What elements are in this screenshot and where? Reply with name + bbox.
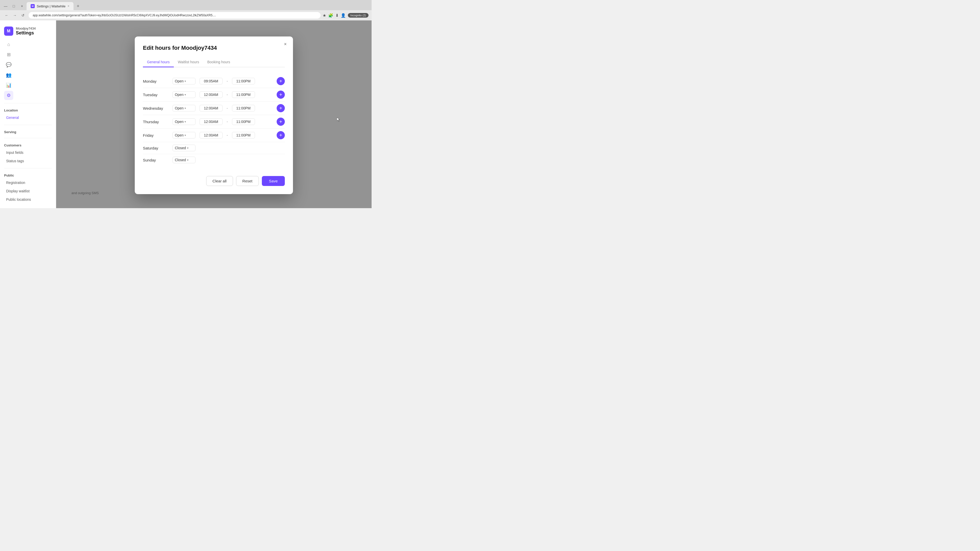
thursday-status-dropdown[interactable]: Open ▾: [172, 118, 196, 125]
wednesday-start-time[interactable]: 12:00AM: [200, 105, 223, 111]
tab-title: Settings | Waitwhile: [37, 4, 65, 8]
saturday-chevron-icon: ▾: [187, 146, 189, 150]
download-icon[interactable]: ⬇: [335, 13, 339, 18]
hours-row-tuesday: Tuesday Open ▾ 12:00AM - 11:00PM +: [143, 88, 285, 102]
day-saturday: Saturday: [143, 146, 169, 150]
edit-hours-modal: × Edit hours for Moodjoy7434 General hou…: [135, 37, 293, 194]
wednesday-end-time[interactable]: 11:00PM: [232, 105, 255, 111]
thursday-start-time[interactable]: 12:00AM: [200, 118, 223, 125]
address-input[interactable]: [29, 12, 321, 19]
gear-icon-btn[interactable]: ⚙: [4, 91, 13, 100]
section-label-public: Public: [0, 171, 56, 178]
sidebar-avatar: M: [4, 27, 13, 36]
wednesday-add-btn[interactable]: +: [277, 104, 285, 112]
browser-tab[interactable]: M Settings | Waitwhile ×: [27, 2, 73, 10]
address-bar: ← → ↺ ★ 🧩 ⬇ 👤 Incognito (2): [0, 10, 372, 21]
new-tab-btn[interactable]: +: [75, 3, 82, 10]
modal-tabs: General hours Waitlist hours Booking hou…: [143, 57, 285, 67]
hours-row-thursday: Thursday Open ▾ 12:00AM - 11:00PM +: [143, 115, 285, 129]
sidebar-icon-group: ⌂ ⊞ 💬 👥 📊 ⚙: [0, 40, 56, 100]
tuesday-start-time[interactable]: 12:00AM: [200, 91, 223, 98]
saturday-status-dropdown[interactable]: Closed ▾: [172, 144, 196, 151]
hours-row-friday: Friday Open ▾ 12:00AM - 11:00PM +: [143, 129, 285, 142]
hours-row-saturday: Saturday Closed ▾: [143, 142, 285, 154]
day-sunday: Sunday: [143, 158, 169, 162]
sidebar-item-status-tags[interactable]: Status tags: [2, 157, 54, 165]
thursday-time-sep: -: [227, 120, 228, 124]
modal-close-btn[interactable]: ×: [282, 41, 289, 48]
extension-icon[interactable]: 🧩: [328, 13, 333, 18]
sidebar-divider: [4, 103, 52, 103]
day-wednesday: Wednesday: [143, 106, 169, 110]
home-icon-btn[interactable]: ⌂: [4, 40, 13, 49]
reset-btn[interactable]: Reset: [236, 176, 259, 186]
tuesday-chevron-icon: ▾: [185, 93, 186, 97]
day-tuesday: Tuesday: [143, 93, 169, 97]
sidebar-item-general[interactable]: General: [2, 114, 54, 122]
save-btn[interactable]: Save: [262, 176, 285, 186]
profile-icon[interactable]: 👤: [341, 13, 346, 18]
users-icon-btn[interactable]: 👥: [4, 70, 13, 79]
tuesday-end-time[interactable]: 11:00PM: [232, 91, 255, 98]
friday-status-dropdown[interactable]: Open ▾: [172, 132, 196, 138]
thursday-add-btn[interactable]: +: [277, 118, 285, 126]
chart-icon-btn[interactable]: 📊: [4, 81, 13, 90]
wednesday-time-sep: -: [227, 106, 228, 110]
tab-bar: — □ × M Settings | Waitwhile × +: [0, 0, 372, 10]
chat-icon-btn[interactable]: 💬: [4, 60, 13, 69]
sidebar-item-display-waitlist[interactable]: Display waitlist: [2, 187, 54, 195]
sidebar-item-input-fields[interactable]: Input fields: [2, 148, 54, 157]
sidebar-divider-2: [4, 125, 52, 125]
tuesday-status-dropdown[interactable]: Open ▾: [172, 91, 196, 98]
friday-end-time[interactable]: 11:00PM: [232, 132, 255, 138]
thursday-chevron-icon: ▾: [185, 120, 186, 124]
friday-start-time[interactable]: 12:00AM: [200, 132, 223, 138]
tab-waitlist-hours[interactable]: Waitlist hours: [174, 57, 204, 67]
refresh-btn[interactable]: ↺: [19, 12, 27, 19]
forward-btn[interactable]: →: [11, 12, 18, 19]
maximize-btn[interactable]: □: [10, 3, 18, 10]
modal-overlay[interactable]: × Edit hours for Moodjoy7434 General hou…: [56, 21, 372, 208]
section-label-customers: Customers: [0, 141, 56, 148]
app-container: M Moodjoy7434 Settings ⌂ ⊞ 💬 👥 📊 ⚙ Locat…: [0, 21, 372, 208]
friday-add-btn[interactable]: +: [277, 131, 285, 139]
monday-add-btn[interactable]: +: [277, 77, 285, 85]
day-friday: Friday: [143, 133, 169, 138]
friday-chevron-icon: ▾: [185, 134, 186, 137]
modal-footer: Clear all Reset Save: [143, 172, 285, 186]
tab-general-hours[interactable]: General hours: [143, 57, 174, 67]
sidebar-item-registration[interactable]: Registration: [2, 179, 54, 187]
back-btn[interactable]: ←: [3, 12, 10, 19]
minimize-btn[interactable]: —: [2, 3, 9, 10]
friday-time-sep: -: [227, 133, 228, 137]
close-btn[interactable]: ×: [18, 3, 25, 10]
sidebar-item-public-locations[interactable]: Public locations: [2, 195, 54, 203]
sunday-chevron-icon: ▾: [187, 159, 189, 162]
tuesday-time-sep: -: [227, 93, 228, 97]
grid-icon-btn[interactable]: ⊞: [4, 50, 13, 59]
sidebar-brand: M Moodjoy7434 Settings: [0, 24, 56, 40]
tab-close-btn[interactable]: ×: [68, 4, 69, 8]
sidebar-divider-4: [4, 168, 52, 168]
monday-time-sep: -: [227, 79, 228, 83]
browser-chrome: — □ × M Settings | Waitwhile × + ← → ↺ ★…: [0, 0, 372, 21]
monday-end-time[interactable]: 11:00PM: [232, 78, 255, 84]
sunday-status-dropdown[interactable]: Closed ▾: [172, 157, 196, 163]
day-monday: Monday: [143, 79, 169, 83]
tuesday-add-btn[interactable]: +: [277, 91, 285, 99]
monday-chevron-icon: ▾: [185, 79, 186, 83]
sidebar-divider-3: [4, 138, 52, 138]
wednesday-status-dropdown[interactable]: Open ▾: [172, 105, 196, 111]
tab-booking-hours[interactable]: Booking hours: [203, 57, 234, 67]
browser-actions: ★ 🧩 ⬇ 👤 Incognito (2): [323, 13, 369, 18]
monday-start-time[interactable]: 09:05AM: [200, 78, 223, 84]
hours-list: Monday Open ▾ 09:05AM - 11:00PM + Tuesda…: [143, 75, 285, 166]
clear-all-btn[interactable]: Clear all: [206, 176, 233, 186]
monday-status-dropdown[interactable]: Open ▾: [172, 78, 196, 84]
hours-row-monday: Monday Open ▾ 09:05AM - 11:00PM +: [143, 75, 285, 88]
thursday-end-time[interactable]: 11:00PM: [232, 118, 255, 125]
bookmark-icon[interactable]: ★: [323, 13, 326, 18]
sidebar-brand-label: Moodjoy7434: [16, 27, 36, 30]
day-thursday: Thursday: [143, 120, 169, 124]
hours-row-wednesday: Wednesday Open ▾ 12:00AM - 11:00PM +: [143, 102, 285, 115]
